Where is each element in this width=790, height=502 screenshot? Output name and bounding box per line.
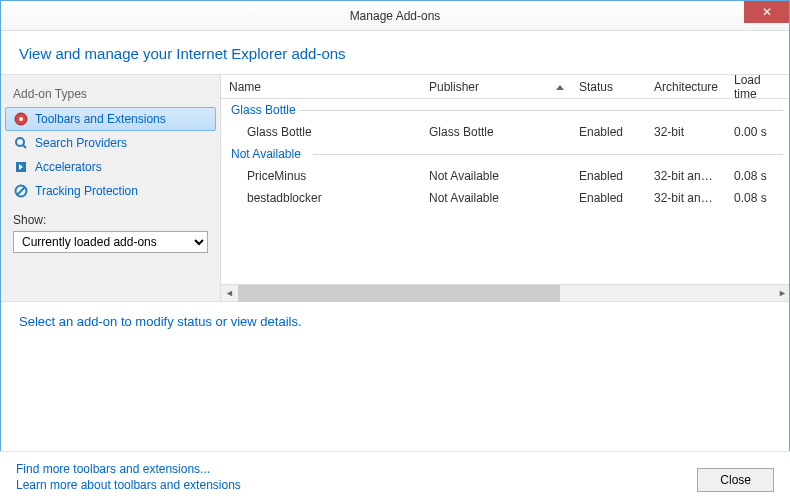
cell-publisher: Not Available xyxy=(421,189,571,207)
cell-architecture: 32-bit and ... xyxy=(646,167,726,185)
cell-architecture: 32-bit xyxy=(646,123,726,141)
sidebar-item-toolbars-extensions[interactable]: Toolbars and Extensions xyxy=(5,107,216,131)
table-header: Name Publisher Status Architecture Load … xyxy=(221,75,790,99)
close-icon: ✕ xyxy=(762,5,772,19)
group-header[interactable]: Not Available xyxy=(221,143,790,165)
sidebar-heading: Add-on Types xyxy=(1,83,220,107)
column-header-name[interactable]: Name xyxy=(221,76,421,98)
svg-point-2 xyxy=(16,138,24,146)
group-header[interactable]: Glass Bottle xyxy=(221,99,790,121)
search-icon xyxy=(13,135,29,151)
shield-icon xyxy=(13,183,29,199)
cell-status: Enabled xyxy=(571,123,646,141)
column-header-architecture[interactable]: Architecture xyxy=(646,76,726,98)
learn-more-link[interactable]: Learn more about toolbars and extensions xyxy=(16,478,241,492)
cell-publisher: Glass Bottle xyxy=(421,123,571,141)
column-header-status[interactable]: Status xyxy=(571,76,646,98)
sidebar-item-label: Accelerators xyxy=(35,160,102,174)
close-button[interactable]: Close xyxy=(697,468,774,492)
cell-status: Enabled xyxy=(571,189,646,207)
sidebar-item-label: Toolbars and Extensions xyxy=(35,112,166,126)
content-area: Add-on Types Toolbars and Extensions Sea… xyxy=(1,74,789,302)
show-section: Show: Currently loaded add-ons xyxy=(1,203,220,253)
scroll-thumb[interactable] xyxy=(238,285,560,302)
sidebar-item-tracking-protection[interactable]: Tracking Protection xyxy=(1,179,220,203)
cell-name: Glass Bottle xyxy=(221,123,421,141)
cell-status: Enabled xyxy=(571,167,646,185)
sidebar-item-label: Search Providers xyxy=(35,136,127,150)
cell-load-time: 0.08 s xyxy=(726,189,790,207)
sidebar-item-label: Tracking Protection xyxy=(35,184,138,198)
table-body: Glass Bottle Glass Bottle Glass Bottle E… xyxy=(221,99,790,284)
page-subtitle: View and manage your Internet Explorer a… xyxy=(1,31,789,74)
scroll-right-arrow-icon[interactable]: ► xyxy=(774,285,790,302)
svg-point-1 xyxy=(19,117,23,121)
footer: Find more toolbars and extensions... Lea… xyxy=(0,451,790,502)
window-title: Manage Add-ons xyxy=(350,9,441,23)
table-row[interactable]: bestadblocker Not Available Enabled 32-b… xyxy=(221,187,790,209)
show-label: Show: xyxy=(13,213,208,227)
window-close-button[interactable]: ✕ xyxy=(744,1,789,23)
cell-name: bestadblocker xyxy=(221,189,421,207)
scroll-left-arrow-icon[interactable]: ◄ xyxy=(221,285,238,302)
scroll-track[interactable] xyxy=(238,285,774,302)
sidebar-item-search-providers[interactable]: Search Providers xyxy=(1,131,220,155)
svg-line-6 xyxy=(17,187,25,195)
horizontal-scrollbar[interactable]: ◄ ► xyxy=(221,284,790,301)
svg-line-3 xyxy=(23,145,26,148)
cell-load-time: 0.00 s xyxy=(726,123,790,141)
main-panel: Name Publisher Status Architecture Load … xyxy=(221,75,790,301)
sidebar-item-accelerators[interactable]: Accelerators xyxy=(1,155,220,179)
titlebar: Manage Add-ons ✕ xyxy=(1,1,789,31)
accelerator-icon xyxy=(13,159,29,175)
cell-architecture: 32-bit and ... xyxy=(646,189,726,207)
gear-icon xyxy=(13,111,29,127)
find-more-link[interactable]: Find more toolbars and extensions... xyxy=(16,462,241,476)
detail-message: Select an add-on to modify status or vie… xyxy=(1,302,789,458)
footer-links: Find more toolbars and extensions... Lea… xyxy=(16,462,241,492)
cell-publisher: Not Available xyxy=(421,167,571,185)
cell-name: PriceMinus xyxy=(221,167,421,185)
table-row[interactable]: PriceMinus Not Available Enabled 32-bit … xyxy=(221,165,790,187)
table-row[interactable]: Glass Bottle Glass Bottle Enabled 32-bit… xyxy=(221,121,790,143)
show-select[interactable]: Currently loaded add-ons xyxy=(13,231,208,253)
sidebar: Add-on Types Toolbars and Extensions Sea… xyxy=(1,75,221,301)
column-header-publisher[interactable]: Publisher xyxy=(421,76,571,98)
cell-load-time: 0.08 s xyxy=(726,167,790,185)
